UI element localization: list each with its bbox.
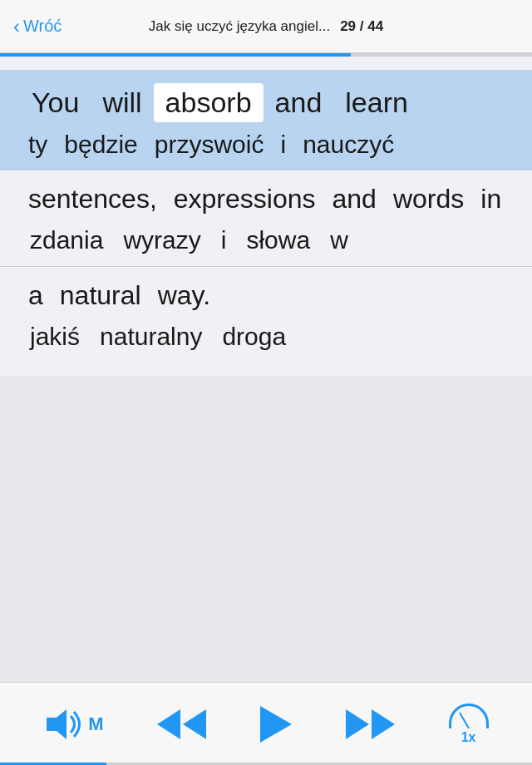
speaker-m-label: M [88, 713, 103, 735]
rewind-triangle-2 [183, 709, 206, 739]
back-button[interactable]: ‹ Wróć [13, 15, 62, 38]
speed-button[interactable]: 1x [449, 703, 489, 745]
trans-zdania: zdania [20, 223, 113, 258]
back-chevron-icon: ‹ [13, 15, 20, 38]
ff-triangle-1 [346, 709, 369, 739]
speaker-button[interactable]: M [43, 708, 103, 741]
trans-nauczyc: nauczyć [294, 127, 402, 162]
english-sentence-row: You will absorb and learn [0, 80, 532, 126]
eng-line-2: a natural way. [0, 274, 532, 318]
trans-i1: i [272, 127, 294, 162]
content-area: You will absorb and learn ty będzie przy… [0, 57, 532, 376]
word-learn[interactable]: learn [333, 83, 420, 122]
trans-i2: i [211, 223, 237, 258]
word-will[interactable]: will [91, 83, 153, 122]
trans-slowa: słowa [236, 223, 320, 258]
page-counter: 29 / 44 [340, 18, 383, 35]
title-text: Jak się uczyć języka angiel... [149, 18, 330, 35]
trans-droga: droga [212, 319, 296, 354]
main-layout: You will absorb and learn ty będzie przy… [0, 57, 532, 765]
back-label: Wróć [23, 17, 62, 36]
word-a[interactable]: a [20, 277, 52, 314]
rest-block: sentences, expressions and words in zdan… [0, 170, 532, 363]
fast-forward-icon [346, 709, 395, 739]
pl-line-2: jakiś naturalny droga [0, 318, 532, 356]
speed-label: 1x [461, 730, 476, 745]
word-sentences[interactable]: sentences, [20, 180, 165, 218]
word-you[interactable]: You [20, 83, 91, 122]
word-absorb-highlighted[interactable]: absorb [154, 83, 264, 122]
trans-ty: ty [20, 127, 56, 162]
trans-przyswoic: przyswoić [146, 127, 273, 162]
trans-naturalny: naturalny [90, 319, 212, 354]
speaker-icon [43, 708, 85, 741]
divider-1 [0, 266, 532, 267]
bottom-bar: M 1x [0, 682, 532, 765]
word-and[interactable]: and [264, 83, 334, 122]
speed-dial-icon [449, 703, 489, 728]
word-and2[interactable]: and [324, 180, 385, 218]
speed-needle [459, 712, 470, 728]
word-words[interactable]: words [385, 180, 472, 218]
word-expressions[interactable]: expressions [165, 180, 324, 218]
trans-w: w [320, 223, 358, 258]
polish-translation-row: ty będzie przyswoić i nauczyć [0, 126, 532, 164]
pl-line-1: zdania wyrazy i słowa w [0, 221, 532, 259]
trans-jakis: jakiś [20, 319, 90, 354]
rewind-icon [157, 709, 206, 739]
rewind-button[interactable] [157, 709, 206, 739]
sentence-block: You will absorb and learn ty będzie przy… [0, 70, 532, 170]
trans-bedzie: będzie [56, 127, 145, 162]
ff-triangle-2 [372, 709, 395, 739]
svg-marker-0 [47, 709, 66, 739]
word-way[interactable]: way. [150, 277, 219, 314]
word-natural[interactable]: natural [52, 277, 150, 314]
header-title: Jak się uczyć języka angiel... 29 / 44 [149, 18, 383, 35]
header: ‹ Wróć Jak się uczyć języka angiel... 29… [0, 0, 532, 53]
rewind-triangle-1 [157, 709, 180, 739]
play-icon [260, 706, 292, 743]
fast-forward-button[interactable] [346, 709, 395, 739]
play-button[interactable] [260, 706, 292, 743]
word-in[interactable]: in [472, 180, 510, 218]
eng-line-1: sentences, expressions and words in [0, 177, 532, 221]
trans-wyrazy: wyrazy [113, 223, 210, 258]
